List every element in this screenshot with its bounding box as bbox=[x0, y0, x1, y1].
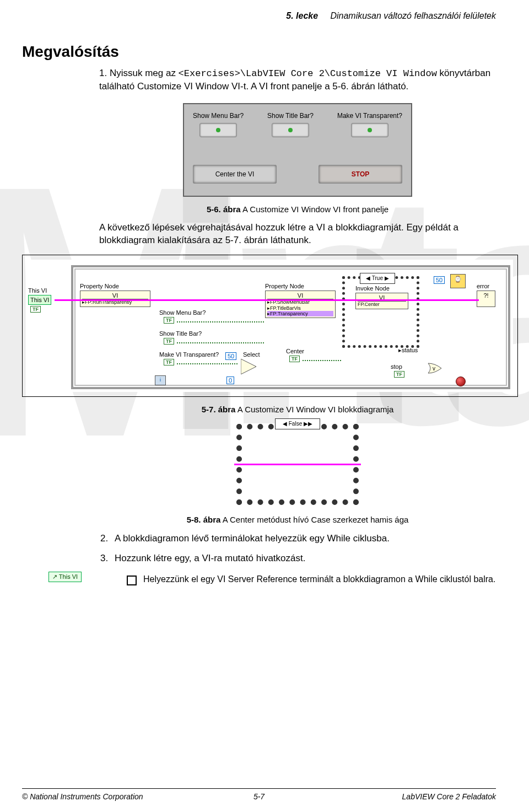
para-after-5-6: A következő lépések végrehajtásával hozz… bbox=[99, 222, 496, 247]
const-50-wait: 50 bbox=[434, 276, 445, 284]
lesson-number: 5. lecke bbox=[286, 11, 318, 20]
section-heading: Megvalósítás bbox=[22, 43, 496, 61]
const-0: 0 bbox=[226, 377, 234, 385]
path-code: <Exercises>\LabVIEW Core 2\Customize VI … bbox=[179, 68, 437, 79]
wait-icon: ⌚ bbox=[450, 274, 466, 288]
caption-5-6: 5-6. ábra A Customize VI Window VI front… bbox=[99, 205, 496, 214]
block-diagram-5-7: This VI This VI TF Property Node VI ▸FP:… bbox=[27, 260, 513, 392]
property-node-2: VI ▸FP.ShowMenuBar ▸FP.TitleBarVis ▸FP:T… bbox=[265, 291, 336, 319]
const-50: 50 bbox=[225, 352, 236, 361]
toggle-show-menu[interactable] bbox=[199, 123, 237, 137]
case-selector-false[interactable]: ◀ False ▶▶ bbox=[275, 418, 320, 429]
step-1: 1. Nyissuk meg az <Exercises>\LabVIEW Co… bbox=[99, 67, 496, 93]
property-node-1: VI ▸FP:RunTransparently bbox=[80, 291, 150, 307]
select-icon bbox=[241, 359, 256, 374]
iteration-terminal: i bbox=[155, 375, 166, 385]
figure-5-6-panel: Show Menu Bar? Show Title Bar? Make VI T… bbox=[183, 103, 412, 197]
fp-show-title: Show Title Bar? bbox=[267, 112, 314, 137]
this-vi-ref: This VI bbox=[28, 295, 51, 305]
status-label: ▸status bbox=[398, 347, 418, 354]
this-vi-badge: ↗ This VI bbox=[48, 572, 82, 582]
caption-5-7: 5-7. ábra A Customize VI Window VI blokk… bbox=[99, 405, 496, 414]
checkbox-icon bbox=[127, 576, 137, 585]
substep-1: Helyezzünk el egy VI Server Reference te… bbox=[143, 574, 495, 584]
case-selector-true[interactable]: ◀ True ▶ bbox=[360, 273, 395, 284]
page-header: 5. lecke Dinamikusan változó felhasználó… bbox=[22, 11, 496, 21]
footer-center: 5-7 bbox=[22, 792, 496, 801]
fp-show-menu: Show Menu Bar? bbox=[193, 112, 244, 137]
lesson-title: Dinamikusan változó felhasználói felület… bbox=[330, 11, 496, 20]
center-vi-button[interactable]: Center the VI bbox=[193, 165, 277, 184]
fp-make-transparent: Make VI Transparent? bbox=[337, 112, 402, 137]
page-footer: © National Instruments Corporation 5-7 L… bbox=[22, 788, 496, 801]
svg-text:v: v bbox=[433, 365, 435, 372]
loop-stop-terminal bbox=[456, 377, 466, 386]
caption-5-8: 5-8. ábra A Center metódust hívó Case sz… bbox=[99, 515, 496, 524]
figure-5-8: ◀ False ▶▶ bbox=[234, 422, 361, 507]
or-gate-icon: v bbox=[427, 362, 444, 374]
step-2: 2.A blokkdiagramon lévő terminálokat hel… bbox=[100, 532, 496, 545]
toggle-show-title[interactable] bbox=[272, 123, 309, 137]
svg-marker-0 bbox=[241, 359, 256, 374]
wire-magenta bbox=[55, 299, 479, 301]
tf-terminal: TF bbox=[30, 306, 41, 313]
error-indicator: ?! bbox=[477, 291, 495, 307]
toggle-make-transparent[interactable] bbox=[351, 123, 388, 137]
stop-button[interactable]: STOP bbox=[319, 165, 402, 184]
figure-5-7-frame: This VI This VI TF Property Node VI ▸FP:… bbox=[22, 255, 518, 397]
wire-magenta-2 bbox=[234, 464, 361, 465]
step-3: 3.Hozzunk létre egy, a VI-ra mutató hiva… bbox=[100, 552, 496, 565]
